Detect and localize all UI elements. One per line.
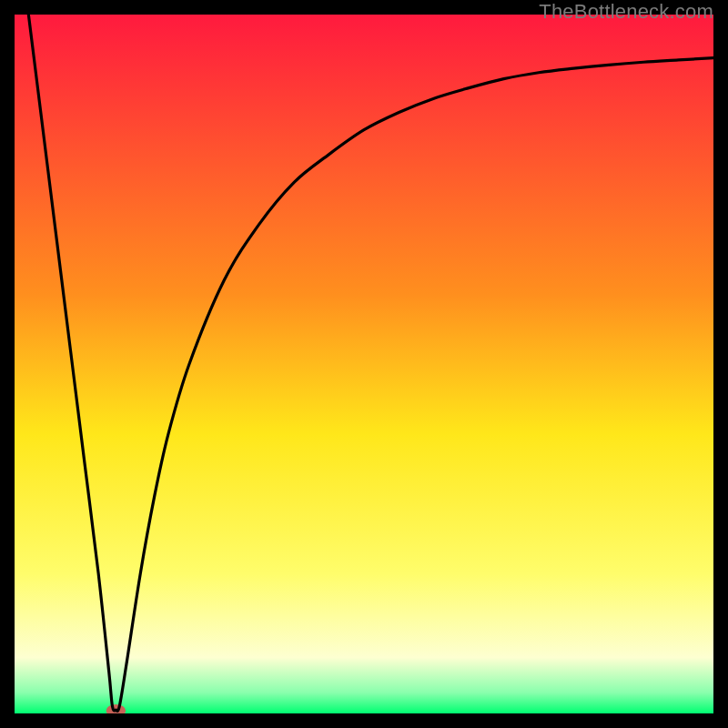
chart-frame: [15, 15, 713, 713]
watermark-text: TheBottleneck.com: [539, 0, 713, 24]
chart-background: [15, 15, 713, 713]
chart-svg: [15, 15, 713, 713]
